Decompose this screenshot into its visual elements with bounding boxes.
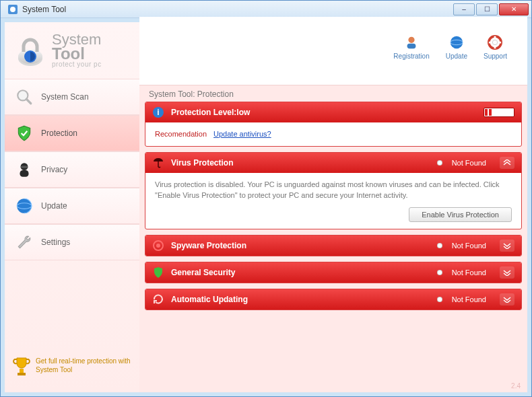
panel-automatic-updating: Automatic Updating Not Found [145, 289, 522, 310]
globe-icon [15, 197, 33, 215]
status-text: Not Found [452, 295, 486, 303]
panel-header: Automatic Updating Not Found [145, 289, 521, 310]
padlock-icon [14, 32, 46, 69]
panel-title: Automatic Updating [171, 295, 430, 304]
shield-icon [15, 124, 33, 142]
minimize-button[interactable]: – [453, 3, 475, 15]
sidebar-item-protection[interactable]: Protection [5, 115, 139, 151]
panel-title: General Security [171, 268, 430, 277]
top-link-label: Update [446, 52, 467, 60]
panel-title: Virus Protection [171, 158, 430, 168]
sidebar-item-label: Privacy [41, 165, 67, 174]
svg-rect-13 [18, 373, 26, 375]
brand-tagline: protect your pc [52, 61, 102, 68]
panel-header: Spyware Protection Not Found [145, 236, 521, 256]
panel-title: Spyware Protection [171, 241, 430, 250]
sidebar-item-label: Update [41, 201, 67, 211]
logo: System Tool protect your pc [5, 22, 139, 79]
panel-header: Virus Protection Not Found [145, 153, 521, 173]
top-link-update[interactable]: Update [446, 35, 467, 60]
app-window: System Tool – ☐ ✕ [0, 0, 532, 397]
sidebar-item-settings[interactable]: Settings [5, 224, 139, 260]
promo: Get full real-time protection with Syste… [5, 347, 139, 392]
panel-spyware-protection: Spyware Protection Not Found [145, 235, 522, 256]
refresh-icon [152, 293, 164, 305]
status-dot-icon [437, 243, 442, 248]
sidebar-item-privacy[interactable]: Privacy [5, 151, 139, 188]
level-indicator [484, 108, 514, 117]
topbar: Registration Update Support [139, 17, 527, 85]
magnifier-icon [15, 88, 33, 106]
top-link-support[interactable]: Support [484, 35, 507, 60]
sidebar-item-label: System Scan [41, 92, 89, 102]
svg-point-24 [156, 244, 160, 248]
status-text: Not Found [452, 242, 486, 250]
close-button[interactable]: ✕ [499, 3, 529, 15]
svg-line-6 [26, 99, 31, 104]
status-text: Not Found [452, 159, 486, 167]
window-buttons: – ☐ ✕ [453, 3, 529, 15]
panel-description: Virus protection is disabled. Your PC is… [155, 180, 512, 201]
sidebar-item-update[interactable]: Update [5, 188, 139, 224]
recommendation-link[interactable]: Update antivirus? [213, 129, 271, 139]
panel-header: General Security Not Found [145, 262, 521, 283]
expand-button[interactable] [500, 293, 514, 305]
globe-icon [449, 35, 464, 50]
panel-protection-level: i Protection Level:low Recomendation Upd… [145, 102, 522, 147]
content: i Protection Level:low Recomendation Upd… [139, 102, 527, 316]
version-label: 2.4 [511, 382, 521, 390]
svg-rect-8 [20, 170, 29, 177]
sidebar-item-system-scan[interactable]: System Scan [5, 79, 139, 115]
status-dot-icon [437, 297, 442, 302]
status-text: Not Found [452, 268, 486, 277]
panel-title: Protection Level:low [171, 108, 477, 117]
titlebar: System Tool – ☐ ✕ [1, 1, 531, 18]
trophy-icon [13, 357, 30, 379]
content-frame: System Tool protect your pc System Scan [1, 18, 531, 396]
panel-body: Recomendation Update antivirus? [145, 122, 521, 146]
privacy-icon [15, 161, 33, 178]
brand-line2: Tool [52, 46, 102, 61]
status-dot-icon [437, 270, 442, 275]
nav: System Scan Protection Privacy [5, 79, 139, 260]
svg-point-19 [493, 40, 498, 44]
svg-point-16 [451, 36, 463, 48]
page-title: System Tool: Protection [139, 85, 527, 102]
panel-body: Virus protection is disabled. Your PC is… [145, 173, 521, 229]
logo-text: System Tool protect your pc [52, 33, 102, 68]
svg-point-14 [408, 37, 414, 43]
svg-rect-9 [21, 166, 28, 168]
svg-rect-15 [407, 44, 416, 48]
svg-text:i: i [157, 108, 159, 117]
panel-header: i Protection Level:low [145, 102, 521, 122]
panel-virus-protection: Virus Protection Not Found Virus protect… [145, 152, 522, 229]
sidebar-item-label: Settings [41, 238, 70, 247]
promo-text: Get full real-time protection with Syste… [36, 357, 131, 374]
main: Registration Update Support System Tool:… [139, 22, 527, 392]
collapse-button[interactable] [500, 157, 514, 169]
info-icon: i [152, 106, 164, 118]
umbrella-icon [152, 157, 164, 169]
window-title: System Tool [22, 5, 453, 14]
top-link-label: Registration [393, 52, 429, 60]
expand-button[interactable] [500, 266, 514, 279]
top-link-registration[interactable]: Registration [393, 35, 429, 60]
app-icon [7, 4, 18, 15]
sidebar: System Tool protect your pc System Scan [5, 22, 139, 392]
maximize-button[interactable]: ☐ [476, 3, 498, 15]
user-icon [404, 35, 419, 50]
enable-virus-protection-button[interactable]: Enable Virus Protection [409, 207, 512, 222]
svg-point-1 [10, 7, 15, 12]
target-icon [152, 240, 164, 252]
expand-button[interactable] [500, 240, 514, 252]
recommendation-label: Recomendation [155, 129, 207, 139]
wrench-icon [15, 233, 33, 251]
top-link-label: Support [484, 52, 507, 60]
shield-icon [152, 266, 164, 279]
sidebar-item-label: Protection [41, 129, 77, 138]
panel-general-security: General Security Not Found [145, 262, 522, 283]
lifebuoy-icon [488, 35, 502, 50]
svg-rect-12 [20, 369, 24, 373]
status-dot-icon [437, 160, 442, 166]
